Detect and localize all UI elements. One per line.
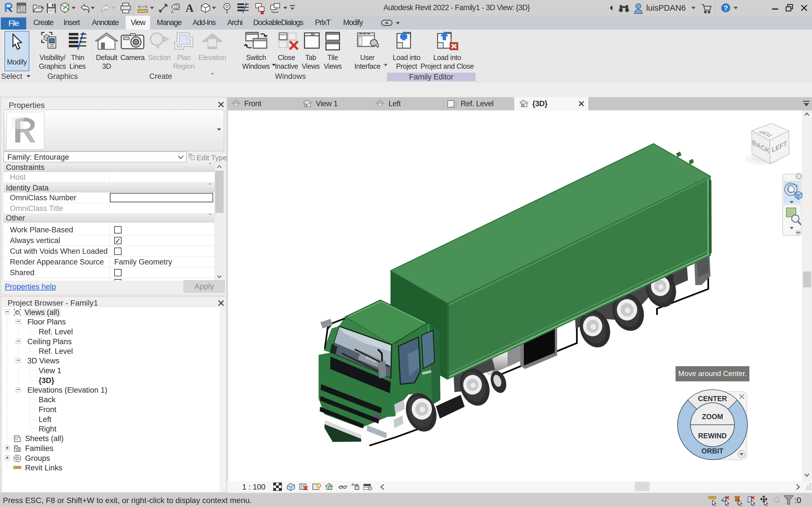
svg-text:?: ? <box>723 4 728 12</box>
svg-text:luisPDAN6: luisPDAN6 <box>646 3 686 12</box>
svg-text:ZOOM: ZOOM <box>702 413 723 420</box>
svg-text:A: A <box>186 2 194 14</box>
svg-text:1: 1 <box>175 4 177 9</box>
svg-text:CENTER: CENTER <box>698 395 727 402</box>
svg-text::0: :0 <box>794 496 801 505</box>
svg-text:ORBIT: ORBIT <box>702 447 723 455</box>
svg-text:REWIND: REWIND <box>698 432 726 440</box>
